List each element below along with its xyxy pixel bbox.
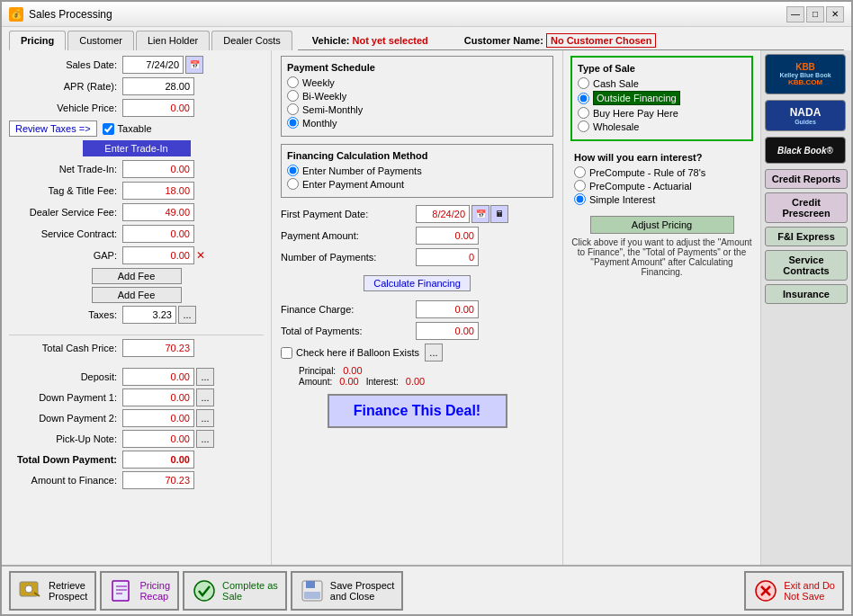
first-payment-calc[interactable]: 🖩 (490, 205, 508, 223)
sales-date-calendar[interactable]: 📅 (185, 56, 203, 74)
enter-num-payments-radio[interactable] (287, 165, 299, 176)
net-trade-in-input[interactable] (122, 160, 194, 178)
tab-customer[interactable]: Customer (67, 31, 134, 50)
credit-prescreen-button[interactable]: Credit Prescreen (765, 192, 848, 223)
deposit-dots-button[interactable]: ... (196, 368, 214, 386)
svg-point-7 (194, 581, 214, 601)
simple-interest-radio[interactable] (574, 193, 586, 205)
middle-panel: Payment Schedule Weekly Bi-Weekly Semi-M… (272, 50, 563, 565)
tag-title-row: Tag & Title Fee: (9, 182, 264, 200)
save-prospect-icon (300, 578, 325, 603)
finance-charge-row: Finance Charge: (281, 300, 553, 318)
precompute-actuarial-option: PreCompute - Actuarial (574, 180, 750, 192)
num-payments-row: Number of Payments: (281, 248, 553, 266)
taxable-checkbox[interactable] (103, 123, 114, 135)
complete-as-sale-button[interactable]: Complete asSale (183, 571, 287, 611)
close-button[interactable]: ✕ (826, 6, 844, 22)
amount-to-finance-input[interactable] (122, 471, 194, 489)
semimonthly-radio[interactable] (287, 103, 299, 115)
fi-express-button[interactable]: F&I Express (765, 227, 848, 246)
deposit-input[interactable] (122, 368, 194, 386)
total-cash-price-input[interactable] (122, 339, 194, 357)
first-payment-date-input[interactable] (416, 205, 470, 223)
monthly-radio[interactable] (287, 117, 299, 129)
window-title: Sales Processing (29, 8, 112, 21)
balloon-checkbox[interactable] (281, 347, 292, 359)
gap-input[interactable] (122, 246, 194, 264)
amount-to-finance-row: Amount to Finance: (9, 471, 264, 489)
taxes-input[interactable] (122, 306, 176, 324)
sales-date-input[interactable] (122, 56, 184, 74)
maximize-button[interactable]: □ (806, 6, 824, 22)
main-content: Sales Date: 📅 APR (Rate): Vehicle Price:… (2, 50, 851, 565)
add-fee-button-2[interactable]: Add Fee (92, 287, 182, 303)
tab-pricing[interactable]: Pricing (9, 31, 66, 50)
save-prospect-button[interactable]: Save Prospectand Close (291, 571, 404, 611)
weekly-option: Weekly (287, 76, 547, 88)
service-contracts-button[interactable]: Service Contracts (765, 250, 848, 281)
retrieve-prospect-button[interactable]: RetrieveProspect (9, 571, 96, 611)
enter-trade-in-button[interactable]: Enter Trade-In (83, 140, 191, 156)
review-taxes-button[interactable]: Review Taxes => (9, 121, 97, 137)
taxes-row: Taxes: ... (9, 306, 264, 324)
down-payment2-dots-button[interactable]: ... (196, 409, 214, 427)
wholesale-radio[interactable] (578, 121, 589, 132)
total-down-input[interactable] (122, 451, 194, 469)
monthly-option: Monthly (287, 117, 547, 129)
tab-dealer-costs[interactable]: Dealer Costs (211, 31, 292, 50)
minimize-button[interactable]: — (786, 6, 804, 22)
total-cash-price-row: Total Cash Price: (9, 335, 264, 357)
total-payments-input[interactable] (416, 322, 479, 340)
precompute-actuarial-radio[interactable] (574, 180, 586, 192)
dealer-service-input[interactable] (122, 203, 194, 221)
exit-button[interactable]: Exit and DoNot Save (744, 571, 844, 611)
service-contract-input[interactable] (122, 225, 194, 243)
interest-title: How will you earn interest? (574, 152, 750, 163)
nada-logo[interactable]: NADA Guides (765, 100, 846, 131)
tab-lien-holder[interactable]: Lien Holder (136, 31, 210, 50)
buy-here-pay-here-radio[interactable] (578, 107, 589, 119)
first-payment-calendar[interactable]: 📅 (471, 205, 489, 223)
pickup-note-dots-button[interactable]: ... (196, 430, 214, 448)
semimonthly-option: Semi-Monthly (287, 103, 547, 115)
cash-sale-option: Cash Sale (578, 77, 746, 89)
first-payment-date-row: First Payment Date: 📅 🖩 (281, 205, 553, 223)
weekly-radio[interactable] (287, 76, 299, 88)
cash-sale-radio[interactable] (578, 77, 589, 89)
calculate-financing-button[interactable]: Calculate Financing (364, 275, 471, 291)
svg-rect-3 (112, 581, 129, 601)
taxes-dots-button[interactable]: ... (178, 306, 196, 324)
add-fee-button-1[interactable]: Add Fee (92, 268, 182, 284)
adjust-pricing-button[interactable]: Adjust Pricing (590, 216, 734, 234)
dealer-service-row: Dealer Service Fee: (9, 203, 264, 221)
insurance-button[interactable]: Insurance (765, 284, 848, 304)
total-payments-label: Total of Payments: (281, 326, 416, 336)
finance-charge-input[interactable] (416, 300, 479, 318)
outside-financing-radio[interactable] (578, 93, 589, 104)
blackbook-logo[interactable]: Black Book® (765, 137, 846, 164)
balloon-dots-button[interactable]: ... (425, 344, 443, 362)
tag-title-input[interactable] (122, 182, 194, 200)
customer-label: Customer Name: (464, 35, 543, 46)
down-payment1-dots-button[interactable]: ... (196, 388, 214, 406)
num-payments-input[interactable] (416, 248, 479, 266)
vehicle-price-row: Vehicle Price: (9, 99, 264, 117)
kbb-logo[interactable]: KBB Kelley Blue Book KBB.COM (765, 54, 846, 94)
gap-remove-icon[interactable]: ✕ (196, 249, 205, 262)
precompute-78s-radio[interactable] (574, 166, 586, 178)
credit-reports-button[interactable]: Credit Reports (765, 169, 848, 189)
vehicle-price-input[interactable] (122, 99, 194, 117)
num-payments-label: Number of Payments: (281, 252, 416, 263)
enter-payment-amount-radio[interactable] (287, 178, 299, 190)
payment-amount-input[interactable] (416, 227, 479, 245)
net-trade-in-label: Net Trade-In: (9, 164, 117, 174)
biweekly-radio[interactable] (287, 90, 299, 102)
principal-row: Principal: 0.00 (299, 365, 553, 376)
bottom-bar: RetrieveProspect PricingRecap (2, 565, 851, 614)
pickup-note-input[interactable] (122, 430, 194, 448)
pricing-recap-button[interactable]: PricingRecap (100, 571, 179, 611)
down-payment2-input[interactable] (122, 409, 194, 427)
finance-deal-button[interactable]: Finance This Deal! (328, 394, 507, 428)
down-payment1-input[interactable] (122, 388, 194, 406)
apr-input[interactable] (122, 77, 194, 95)
